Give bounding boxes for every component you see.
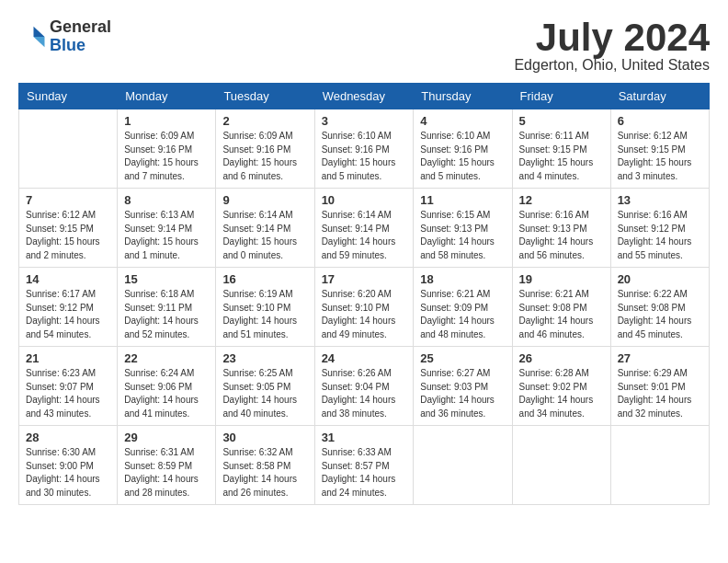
logo-text: General Blue bbox=[50, 18, 111, 55]
day-number: 7 bbox=[26, 193, 110, 207]
week-row-3: 14Sunrise: 6:17 AM Sunset: 9:12 PM Dayli… bbox=[19, 268, 710, 347]
weekday-header-row: SundayMondayTuesdayWednesdayThursdayFrid… bbox=[19, 84, 710, 109]
day-info: Sunrise: 6:31 AM Sunset: 8:59 PM Dayligh… bbox=[124, 446, 209, 500]
day-info: Sunrise: 6:24 AM Sunset: 9:06 PM Dayligh… bbox=[124, 367, 209, 420]
weekday-header-wednesday: Wednesday bbox=[314, 84, 414, 109]
page-header: General Blue July 2024 Edgerton, Ohio, U… bbox=[18, 18, 710, 74]
calendar-cell: 14Sunrise: 6:17 AM Sunset: 9:12 PM Dayli… bbox=[19, 268, 118, 347]
day-number: 6 bbox=[618, 114, 702, 128]
calendar-cell: 1Sunrise: 6:09 AM Sunset: 9:16 PM Daylig… bbox=[118, 109, 216, 189]
day-info: Sunrise: 6:33 AM Sunset: 8:57 PM Dayligh… bbox=[322, 446, 407, 500]
day-info: Sunrise: 6:29 AM Sunset: 9:01 PM Dayligh… bbox=[618, 367, 702, 420]
day-info: Sunrise: 6:25 AM Sunset: 9:05 PM Dayligh… bbox=[222, 367, 307, 420]
day-number: 28 bbox=[26, 431, 110, 444]
day-info: Sunrise: 6:19 AM Sunset: 9:10 PM Dayligh… bbox=[222, 288, 307, 341]
week-row-5: 28Sunrise: 6:30 AM Sunset: 9:00 PM Dayli… bbox=[19, 426, 710, 505]
weekday-header-sunday: Sunday bbox=[19, 84, 118, 109]
day-info: Sunrise: 6:09 AM Sunset: 9:16 PM Dayligh… bbox=[222, 130, 307, 183]
weekday-header-thursday: Thursday bbox=[414, 84, 512, 109]
calendar-cell: 9Sunrise: 6:14 AM Sunset: 9:14 PM Daylig… bbox=[216, 189, 314, 268]
day-number: 2 bbox=[222, 114, 307, 128]
day-number: 30 bbox=[222, 431, 307, 444]
day-info: Sunrise: 6:27 AM Sunset: 9:03 PM Dayligh… bbox=[420, 367, 505, 420]
day-info: Sunrise: 6:14 AM Sunset: 9:14 PM Dayligh… bbox=[322, 209, 407, 262]
day-info: Sunrise: 6:28 AM Sunset: 9:02 PM Dayligh… bbox=[519, 367, 604, 420]
calendar-cell: 27Sunrise: 6:29 AM Sunset: 9:01 PM Dayli… bbox=[610, 347, 709, 426]
day-number: 17 bbox=[322, 272, 407, 286]
day-number: 24 bbox=[322, 351, 407, 365]
page-subtitle: Edgerton, Ohio, United States bbox=[514, 57, 710, 74]
calendar-cell: 28Sunrise: 6:30 AM Sunset: 9:00 PM Dayli… bbox=[19, 426, 118, 505]
logo-icon bbox=[18, 23, 46, 51]
day-number: 20 bbox=[618, 272, 702, 286]
logo: General Blue bbox=[18, 18, 111, 55]
svg-marker-1 bbox=[34, 37, 45, 47]
day-number: 31 bbox=[322, 431, 407, 444]
day-number: 11 bbox=[420, 193, 505, 207]
calendar-cell: 12Sunrise: 6:16 AM Sunset: 9:13 PM Dayli… bbox=[512, 189, 610, 268]
day-info: Sunrise: 6:23 AM Sunset: 9:07 PM Dayligh… bbox=[26, 367, 110, 420]
calendar-cell: 23Sunrise: 6:25 AM Sunset: 9:05 PM Dayli… bbox=[216, 347, 314, 426]
calendar-cell: 29Sunrise: 6:31 AM Sunset: 8:59 PM Dayli… bbox=[118, 426, 216, 505]
day-info: Sunrise: 6:09 AM Sunset: 9:16 PM Dayligh… bbox=[124, 130, 209, 183]
day-number: 4 bbox=[420, 114, 505, 128]
day-info: Sunrise: 6:12 AM Sunset: 9:15 PM Dayligh… bbox=[618, 130, 702, 183]
calendar-cell: 8Sunrise: 6:13 AM Sunset: 9:14 PM Daylig… bbox=[118, 189, 216, 268]
day-number: 22 bbox=[124, 351, 209, 365]
day-number: 26 bbox=[519, 351, 604, 365]
day-info: Sunrise: 6:17 AM Sunset: 9:12 PM Dayligh… bbox=[26, 288, 110, 341]
day-info: Sunrise: 6:12 AM Sunset: 9:15 PM Dayligh… bbox=[26, 209, 110, 262]
day-info: Sunrise: 6:32 AM Sunset: 8:58 PM Dayligh… bbox=[222, 446, 307, 500]
day-number: 18 bbox=[420, 272, 505, 286]
day-number: 12 bbox=[519, 193, 604, 207]
calendar-cell: 7Sunrise: 6:12 AM Sunset: 9:15 PM Daylig… bbox=[19, 189, 118, 268]
calendar-cell: 5Sunrise: 6:11 AM Sunset: 9:15 PM Daylig… bbox=[512, 109, 610, 189]
day-info: Sunrise: 6:26 AM Sunset: 9:04 PM Dayligh… bbox=[322, 367, 407, 420]
day-number: 14 bbox=[26, 272, 110, 286]
calendar-cell bbox=[610, 426, 709, 505]
calendar-cell bbox=[19, 109, 118, 189]
calendar-cell: 15Sunrise: 6:18 AM Sunset: 9:11 PM Dayli… bbox=[118, 268, 216, 347]
calendar-cell: 21Sunrise: 6:23 AM Sunset: 9:07 PM Dayli… bbox=[19, 347, 118, 426]
calendar-cell bbox=[512, 426, 610, 505]
calendar-body: 1Sunrise: 6:09 AM Sunset: 9:16 PM Daylig… bbox=[19, 109, 710, 505]
day-number: 23 bbox=[222, 351, 307, 365]
calendar-cell bbox=[414, 426, 512, 505]
svg-marker-0 bbox=[34, 27, 45, 37]
day-number: 25 bbox=[420, 351, 505, 365]
week-row-4: 21Sunrise: 6:23 AM Sunset: 9:07 PM Dayli… bbox=[19, 347, 710, 426]
day-info: Sunrise: 6:10 AM Sunset: 9:16 PM Dayligh… bbox=[420, 130, 505, 183]
calendar-cell: 26Sunrise: 6:28 AM Sunset: 9:02 PM Dayli… bbox=[512, 347, 610, 426]
calendar-cell: 17Sunrise: 6:20 AM Sunset: 9:10 PM Dayli… bbox=[314, 268, 414, 347]
day-info: Sunrise: 6:15 AM Sunset: 9:13 PM Dayligh… bbox=[420, 209, 505, 262]
day-info: Sunrise: 6:14 AM Sunset: 9:14 PM Dayligh… bbox=[222, 209, 307, 262]
title-area: July 2024 Edgerton, Ohio, United States bbox=[514, 18, 710, 74]
weekday-header-saturday: Saturday bbox=[610, 84, 709, 109]
calendar-cell: 13Sunrise: 6:16 AM Sunset: 9:12 PM Dayli… bbox=[610, 189, 709, 268]
calendar-cell: 25Sunrise: 6:27 AM Sunset: 9:03 PM Dayli… bbox=[414, 347, 512, 426]
day-info: Sunrise: 6:10 AM Sunset: 9:16 PM Dayligh… bbox=[322, 130, 407, 183]
day-info: Sunrise: 6:22 AM Sunset: 9:08 PM Dayligh… bbox=[618, 288, 702, 341]
calendar-cell: 2Sunrise: 6:09 AM Sunset: 9:16 PM Daylig… bbox=[216, 109, 314, 189]
calendar-cell: 20Sunrise: 6:22 AM Sunset: 9:08 PM Dayli… bbox=[610, 268, 709, 347]
calendar-cell: 3Sunrise: 6:10 AM Sunset: 9:16 PM Daylig… bbox=[314, 109, 414, 189]
day-number: 9 bbox=[222, 193, 307, 207]
day-info: Sunrise: 6:13 AM Sunset: 9:14 PM Dayligh… bbox=[124, 209, 209, 262]
day-number: 5 bbox=[519, 114, 604, 128]
calendar-cell: 11Sunrise: 6:15 AM Sunset: 9:13 PM Dayli… bbox=[414, 189, 512, 268]
day-number: 15 bbox=[124, 272, 209, 286]
weekday-header-monday: Monday bbox=[118, 84, 216, 109]
day-number: 27 bbox=[618, 351, 702, 365]
calendar-cell: 19Sunrise: 6:21 AM Sunset: 9:08 PM Dayli… bbox=[512, 268, 610, 347]
week-row-1: 1Sunrise: 6:09 AM Sunset: 9:16 PM Daylig… bbox=[19, 109, 710, 189]
day-number: 16 bbox=[222, 272, 307, 286]
day-info: Sunrise: 6:11 AM Sunset: 9:15 PM Dayligh… bbox=[519, 130, 604, 183]
calendar-cell: 4Sunrise: 6:10 AM Sunset: 9:16 PM Daylig… bbox=[414, 109, 512, 189]
calendar-cell: 16Sunrise: 6:19 AM Sunset: 9:10 PM Dayli… bbox=[216, 268, 314, 347]
day-number: 3 bbox=[322, 114, 407, 128]
page-title: July 2024 bbox=[514, 18, 710, 57]
day-info: Sunrise: 6:20 AM Sunset: 9:10 PM Dayligh… bbox=[322, 288, 407, 341]
weekday-header-tuesday: Tuesday bbox=[216, 84, 314, 109]
day-info: Sunrise: 6:21 AM Sunset: 9:09 PM Dayligh… bbox=[420, 288, 505, 341]
calendar-cell: 10Sunrise: 6:14 AM Sunset: 9:14 PM Dayli… bbox=[314, 189, 414, 268]
